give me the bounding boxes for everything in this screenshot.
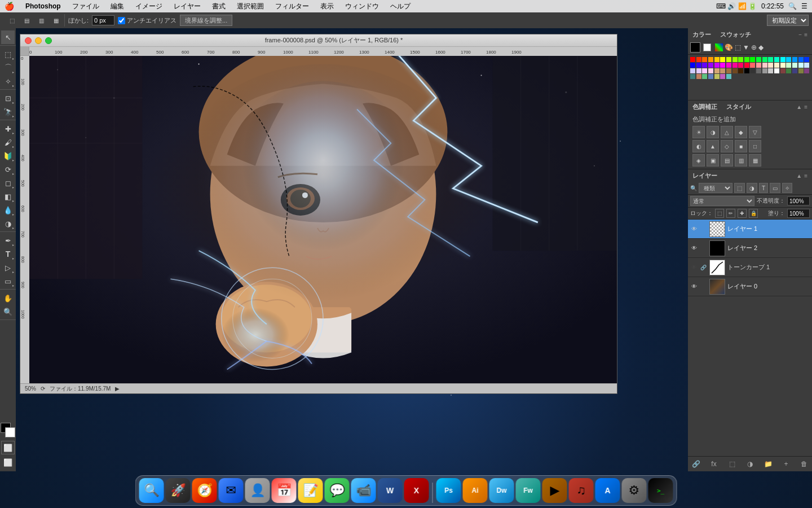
layer-1-visibility[interactable]: 👁: [690, 225, 698, 233]
apple-menu-icon[interactable]: 🍎: [5, 2, 14, 11]
swatch-item[interactable]: [750, 63, 755, 68]
swatch-item[interactable]: [768, 57, 773, 62]
swatch-item[interactable]: [756, 68, 761, 73]
dock-syspref[interactable]: ⚙: [622, 478, 647, 503]
layers-minimize-icon[interactable]: ▲: [796, 173, 802, 179]
adj-minimize-icon[interactable]: ▲: [796, 104, 802, 110]
swatch-item[interactable]: [774, 57, 779, 62]
dock-calendar[interactable]: 📅: [272, 478, 297, 503]
swatch-item[interactable]: [720, 74, 725, 79]
background-color[interactable]: [5, 427, 15, 437]
layers-search-icon[interactable]: 🔍: [690, 185, 697, 191]
adj-brightness-icon[interactable]: ☀: [692, 126, 705, 138]
eraser-btn[interactable]: ◻▸: [1, 176, 15, 190]
layer-item-1[interactable]: 👁 レイヤー 1: [688, 220, 812, 239]
zoom-toggle-btn[interactable]: ⟳: [41, 386, 45, 392]
swatch-item[interactable]: [708, 74, 713, 79]
layer-adj-btn[interactable]: ◑: [744, 458, 756, 470]
swatch-item[interactable]: [750, 57, 755, 62]
swatch-item[interactable]: [732, 68, 738, 73]
color-icon3[interactable]: ▼: [743, 43, 749, 51]
marquee-tool-left-btn[interactable]: ⬚▸: [1, 47, 15, 61]
layers-panel-header[interactable]: レイヤー ▲ ≡: [688, 169, 812, 182]
swatch-item[interactable]: [696, 74, 701, 79]
swatch-item[interactable]: [804, 68, 809, 73]
swatch-item[interactable]: [756, 63, 761, 68]
swatch-item[interactable]: [714, 57, 720, 62]
clone-btn[interactable]: 🔰▸: [1, 149, 15, 163]
swatch-item[interactable]: [732, 63, 738, 68]
brush-btn[interactable]: 🖌▸: [1, 135, 15, 149]
layer-mask-btn[interactable]: ⬚: [726, 458, 738, 470]
swatch-item[interactable]: [738, 57, 743, 62]
swatch-item[interactable]: [774, 63, 779, 68]
layers-menu-icon[interactable]: ≡: [804, 173, 807, 179]
history-btn[interactable]: ⟳▸: [1, 163, 15, 176]
menubar-type[interactable]: 書式: [210, 2, 228, 11]
adj-vibrance-icon[interactable]: ◐: [692, 140, 705, 152]
swatch-item[interactable]: [780, 63, 785, 68]
blur-input[interactable]: [92, 15, 114, 25]
adj-hue-icon[interactable]: ▲: [707, 140, 719, 152]
type-tool-btn[interactable]: T▸: [1, 247, 15, 261]
menubar-select[interactable]: 選択範囲: [235, 2, 266, 11]
color-icon1[interactable]: 🎨: [725, 43, 733, 51]
eyedropper-btn[interactable]: 🔭▸: [1, 105, 15, 119]
layer-2-visibility[interactable]: 👁: [690, 244, 698, 252]
dock-safari[interactable]: 🧭: [192, 478, 217, 503]
swatch-item[interactable]: [762, 68, 767, 73]
dock-finder[interactable]: 🔍: [139, 478, 164, 503]
dock-illustrator[interactable]: Ai: [463, 478, 488, 503]
screen-mode-btn[interactable]: ⬜: [1, 456, 15, 469]
color-panel-header[interactable]: カラー スウォッチ − ≡: [688, 28, 812, 41]
menubar-edit[interactable]: 編集: [108, 2, 126, 11]
adj-contrast-icon[interactable]: ◑: [707, 126, 719, 138]
dock-dreamweaver[interactable]: Dw: [489, 478, 514, 503]
swatch-item[interactable]: [708, 57, 713, 62]
adj-bw-icon[interactable]: ■: [735, 140, 747, 152]
swatch-item[interactable]: [696, 68, 701, 73]
menubar-help[interactable]: ヘルプ: [388, 2, 413, 11]
swatch-item[interactable]: [732, 57, 738, 62]
dock-appstore[interactable]: A: [595, 478, 620, 503]
layer-item-2[interactable]: 👁 レイヤー 2: [688, 239, 812, 258]
swatch-item[interactable]: [780, 57, 785, 62]
dock-contacts[interactable]: 👤: [245, 478, 270, 503]
layer-item-tonecurve[interactable]: 👁 🔗 トーンカーブ 1: [688, 258, 812, 277]
adj-gradient-map-icon[interactable]: ▥: [735, 154, 747, 167]
tonecurve-visibility[interactable]: 👁: [690, 264, 698, 271]
move-tool-btn[interactable]: ↖: [1, 30, 15, 44]
crop-tool-btn[interactable]: ⊡▸: [1, 91, 15, 105]
adj-channel-icon[interactable]: ◈: [692, 154, 705, 167]
shape-tool-btn[interactable]: ▭▸: [1, 274, 15, 288]
swatch-item[interactable]: [792, 57, 797, 62]
menubar-file[interactable]: ファイル: [70, 2, 102, 11]
preset-select[interactable]: 初期設定: [767, 15, 809, 26]
color-icon2[interactable]: ⬚: [735, 43, 741, 51]
menubar-window[interactable]: ウィンドウ: [343, 2, 381, 11]
swatch-item[interactable]: [720, 63, 725, 68]
swatch-item[interactable]: [744, 68, 749, 73]
color-wheel-icon[interactable]: [715, 43, 723, 51]
swatch-item[interactable]: [702, 68, 707, 73]
swatch-item[interactable]: [696, 57, 701, 62]
adj-threshold-icon[interactable]: ▤: [721, 154, 733, 167]
layer-new-btn[interactable]: +: [780, 458, 792, 470]
swatch-item[interactable]: [708, 68, 713, 73]
tonecurve-link[interactable]: 🔗: [700, 265, 707, 270]
swatch-item[interactable]: [726, 63, 731, 68]
pen-tool-btn[interactable]: ✒▸: [1, 234, 15, 247]
swatch-item[interactable]: [798, 57, 804, 62]
hand-tool-btn[interactable]: ✋: [1, 291, 15, 305]
fill-input[interactable]: [787, 209, 810, 218]
panel-menu-icon[interactable]: ≡: [804, 32, 807, 38]
swatch-item[interactable]: [690, 68, 695, 73]
menubar-list-icon[interactable]: ☰: [801, 2, 807, 10]
layers-kind-select[interactable]: 種類: [699, 183, 732, 193]
swatch-item[interactable]: [726, 68, 731, 73]
dock-terminal[interactable]: >_: [648, 478, 673, 503]
adj-photofilter-icon[interactable]: □: [749, 140, 761, 152]
adj-exposure-icon[interactable]: ▽: [749, 126, 761, 138]
swatch-item[interactable]: [774, 68, 779, 73]
swatch-item[interactable]: [792, 63, 797, 68]
